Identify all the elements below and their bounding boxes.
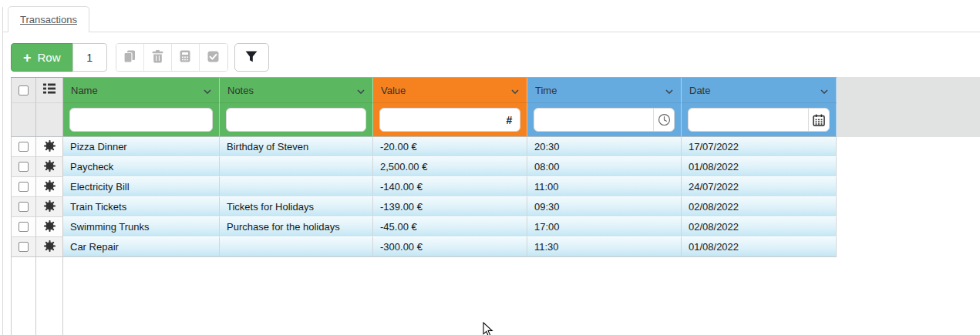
- cell-value[interactable]: -139.00 €: [373, 197, 527, 217]
- cell-time[interactable]: 09:30: [527, 197, 682, 217]
- select-rows-button[interactable]: [200, 44, 227, 71]
- cell-name[interactable]: Paycheck: [63, 157, 220, 177]
- panel-left-border: [2, 7, 3, 335]
- cell-time[interactable]: 11:00: [527, 177, 682, 197]
- cell-name[interactable]: Electricity Bill: [63, 177, 220, 197]
- duplicate-rows-button[interactable]: [116, 44, 144, 71]
- cell-notes[interactable]: Tickets for Holidays: [220, 197, 373, 217]
- filter-name-input[interactable]: [70, 109, 212, 131]
- cell-date[interactable]: 17/07/2022: [682, 137, 837, 157]
- cell-date[interactable]: 24/07/2022: [682, 177, 837, 197]
- cell-value[interactable]: -300.00 €: [373, 237, 527, 257]
- table-row: Car Repair -300.00 € 11:30 01/08/2022: [11, 237, 837, 257]
- gear-icon[interactable]: [44, 240, 56, 254]
- add-row-label: Row: [38, 51, 61, 64]
- filter-notes-input[interactable]: [227, 109, 365, 131]
- gear-icon[interactable]: [44, 140, 56, 154]
- row-checkbox[interactable]: [19, 222, 29, 232]
- table-row: Swimming Trunks Purchase for the holiday…: [11, 217, 837, 237]
- cell-time[interactable]: 08:00: [527, 157, 682, 177]
- plus-icon: +: [23, 51, 32, 65]
- cell-time[interactable]: 11:30: [527, 237, 682, 257]
- cell-value[interactable]: -45.00 €: [373, 217, 527, 237]
- frozen-select-column-area: [11, 257, 36, 335]
- calculator-icon: [180, 50, 190, 65]
- chevron-down-icon[interactable]: [665, 85, 673, 96]
- delete-rows-button[interactable]: [144, 44, 172, 71]
- cell-value[interactable]: 2,500.00 €: [373, 157, 527, 177]
- tab-transactions-label: Transactions: [20, 14, 77, 25]
- row-settings-cell: [36, 177, 63, 197]
- row-settings-cell: [36, 157, 63, 177]
- cell-date[interactable]: 02/08/2022: [682, 217, 837, 237]
- calendar-icon[interactable]: [808, 109, 829, 131]
- number-sign-icon: #: [499, 109, 520, 131]
- cell-time[interactable]: 17:00: [527, 217, 682, 237]
- filter-cell-notes: [220, 102, 373, 137]
- gear-icon[interactable]: [44, 220, 56, 234]
- chevron-down-icon[interactable]: [511, 85, 519, 96]
- row-menu-header-cell: [36, 78, 63, 102]
- checked-checkbox-icon: [207, 51, 219, 65]
- row-checkbox[interactable]: [19, 162, 29, 172]
- column-header-time[interactable]: Time: [527, 78, 682, 102]
- column-header-notes[interactable]: Notes: [220, 78, 373, 102]
- cell-time[interactable]: 20:30: [527, 137, 682, 157]
- chevron-down-icon[interactable]: [357, 85, 365, 96]
- filter-button[interactable]: [234, 43, 269, 72]
- cell-name[interactable]: Pizza Dinner: [63, 137, 220, 157]
- chevron-down-icon[interactable]: [204, 85, 211, 96]
- row-checkbox[interactable]: [19, 182, 29, 192]
- list-icon: [43, 83, 56, 97]
- row-select-cell: [11, 237, 36, 257]
- cell-name[interactable]: Car Repair: [63, 237, 220, 257]
- toolbar: + Row: [11, 43, 269, 72]
- cell-date[interactable]: 01/08/2022: [682, 157, 837, 177]
- filter-spacer-cell: [11, 102, 36, 137]
- row-checkbox[interactable]: [19, 242, 29, 252]
- column-header-value[interactable]: Value: [373, 78, 527, 102]
- row-select-cell: [11, 137, 36, 157]
- filter-cell-name: [63, 102, 220, 137]
- column-header-name[interactable]: Name: [63, 78, 220, 102]
- filter-date-input[interactable]: [689, 109, 808, 131]
- cell-name[interactable]: Train Tickets: [63, 197, 220, 217]
- row-count-input[interactable]: [72, 43, 107, 72]
- row-checkbox[interactable]: [19, 142, 29, 152]
- cell-value[interactable]: -140.00 €: [373, 177, 527, 197]
- filter-time-input[interactable]: [534, 109, 653, 131]
- filter-value-input[interactable]: [380, 109, 499, 131]
- gear-icon[interactable]: [44, 160, 56, 174]
- add-row-button[interactable]: + Row: [11, 43, 73, 72]
- column-label: Value: [381, 85, 406, 96]
- calculate-button[interactable]: [172, 44, 200, 71]
- trash-icon: [152, 50, 163, 65]
- cell-name[interactable]: Swimming Trunks: [63, 217, 220, 237]
- funnel-icon: [245, 51, 258, 65]
- cell-notes[interactable]: Purchase for the holidays: [220, 217, 373, 237]
- column-label: Name: [71, 85, 98, 96]
- chevron-down-icon[interactable]: [820, 85, 828, 96]
- cell-notes[interactable]: Birthday of Steven: [220, 137, 373, 157]
- tab-transactions[interactable]: Transactions: [8, 6, 89, 32]
- gear-icon[interactable]: [44, 180, 56, 194]
- cell-notes[interactable]: [220, 237, 373, 257]
- column-label: Notes: [227, 85, 254, 96]
- cell-notes[interactable]: [220, 157, 373, 177]
- row-select-cell: [11, 177, 36, 197]
- column-label: Date: [689, 85, 710, 96]
- row-settings-cell: [36, 197, 63, 217]
- row-checkbox[interactable]: [19, 202, 29, 212]
- clock-icon[interactable]: [653, 109, 674, 131]
- copy-icon: [123, 50, 136, 65]
- column-header-date[interactable]: Date: [682, 78, 837, 102]
- cell-notes[interactable]: [220, 177, 373, 197]
- table-row: Paycheck 2,500.00 € 08:00 01/08/2022: [11, 157, 837, 177]
- gear-icon[interactable]: [44, 200, 56, 214]
- cell-date[interactable]: 01/08/2022: [682, 237, 837, 257]
- cell-value[interactable]: -20.00 €: [373, 137, 527, 157]
- row-select-cell: [11, 217, 36, 237]
- cell-date[interactable]: 02/08/2022: [682, 197, 837, 217]
- select-all-checkbox[interactable]: [19, 85, 29, 95]
- filter-spacer-cell: [36, 102, 63, 137]
